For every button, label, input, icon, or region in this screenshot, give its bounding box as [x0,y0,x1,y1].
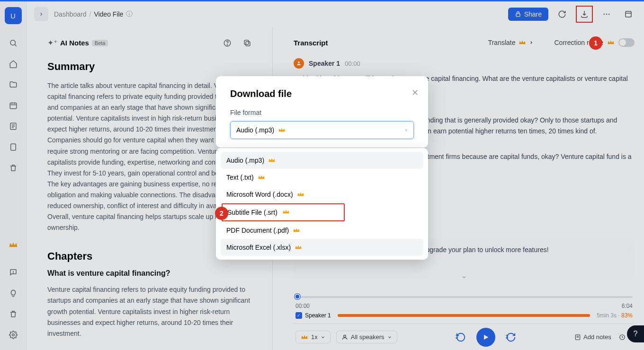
option-label: Text (.txt) [226,174,254,181]
crown-icon [297,192,304,197]
option-pdf[interactable]: PDF Document (.pdf) [221,222,423,239]
option-label: Subtitle File (.srt) [227,209,277,216]
annotation-badge-1: 1 [589,36,602,50]
chevron-down-icon: ▾ [405,127,408,133]
crown-icon [268,158,276,163]
option-label: Audio (.mp3) [226,157,264,164]
option-word-docx[interactable]: Microsoft Word (.docx) [221,186,423,203]
option-label: Microsoft Word (.docx) [226,191,293,198]
option-label: Microsoft Excel (.xlsx) [226,244,291,251]
file-format-label: File format [230,109,414,116]
option-text-txt[interactable]: Text (.txt) [221,169,423,186]
app-root: U Dashboard / Video File ⓘ [0,1,644,350]
annotation-badge-2: 2 [215,207,228,220]
file-format-dropdown: Audio (.mp3) Text (.txt) Microsoft Word … [216,148,428,260]
crown-icon [278,127,286,133]
selected-option-label: Audio (.mp3) [236,126,274,134]
modal-title: Download file [230,88,414,99]
crown-icon [295,245,302,250]
file-format-select[interactable]: Audio (.mp3) ▾ [230,121,414,139]
crown-icon [258,175,265,180]
crown-icon [282,209,290,215]
option-excel-xlsx[interactable]: Microsoft Excel (.xlsx) [221,239,423,256]
close-icon[interactable]: ✕ [411,88,419,98]
crown-icon [293,228,300,233]
option-label: PDF Document (.pdf) [226,227,289,234]
option-subtitle-srt[interactable]: Subtitle File (.srt) [221,203,423,222]
download-modal: ✕ Download file File format Audio (.mp3)… [216,76,428,148]
option-audio-mp3[interactable]: Audio (.mp3) [221,152,423,169]
